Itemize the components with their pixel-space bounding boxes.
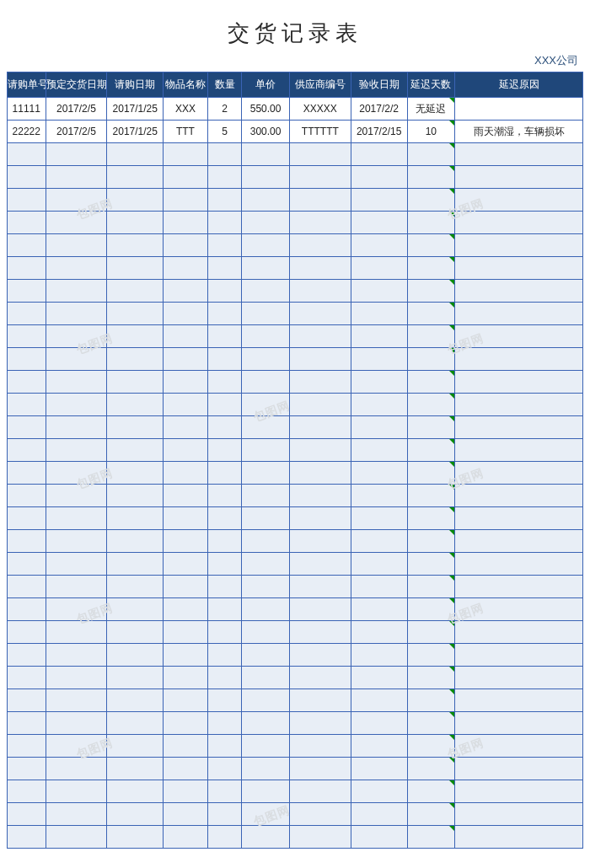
cell[interactable]: [8, 462, 46, 485]
cell[interactable]: [455, 826, 583, 849]
cell[interactable]: [46, 598, 107, 621]
cell[interactable]: [455, 667, 583, 689]
cell[interactable]: [164, 758, 208, 780]
cell[interactable]: [107, 257, 164, 280]
cell[interactable]: [164, 689, 208, 712]
cell[interactable]: [351, 598, 407, 621]
cell[interactable]: [8, 371, 46, 394]
cell[interactable]: [351, 507, 407, 530]
cell[interactable]: [455, 439, 583, 462]
cell[interactable]: [407, 439, 455, 462]
cell[interactable]: [407, 576, 455, 598]
cell[interactable]: [107, 416, 164, 439]
cell[interactable]: [46, 758, 107, 780]
cell[interactable]: [407, 712, 455, 735]
cell[interactable]: [455, 143, 583, 166]
cell[interactable]: 2017/2/2: [351, 98, 407, 121]
cell[interactable]: [46, 439, 107, 462]
cell[interactable]: [107, 667, 164, 689]
cell[interactable]: [107, 189, 164, 212]
cell[interactable]: [455, 644, 583, 667]
cell[interactable]: 2: [207, 98, 241, 121]
cell[interactable]: [455, 280, 583, 303]
cell[interactable]: [407, 303, 455, 325]
cell[interactable]: [242, 667, 290, 689]
cell[interactable]: [8, 780, 46, 803]
cell[interactable]: [407, 325, 455, 348]
cell[interactable]: [164, 780, 208, 803]
cell[interactable]: [207, 507, 241, 530]
cell[interactable]: [407, 689, 455, 712]
cell[interactable]: [407, 803, 455, 826]
cell[interactable]: [207, 667, 241, 689]
cell[interactable]: [289, 280, 351, 303]
cell[interactable]: [351, 416, 407, 439]
cell[interactable]: [407, 826, 455, 849]
cell[interactable]: [46, 689, 107, 712]
cell[interactable]: [242, 143, 290, 166]
cell[interactable]: [46, 576, 107, 598]
cell[interactable]: [46, 303, 107, 325]
cell[interactable]: [107, 644, 164, 667]
cell[interactable]: [164, 371, 208, 394]
cell[interactable]: [164, 712, 208, 735]
cell[interactable]: [351, 348, 407, 371]
cell[interactable]: [351, 166, 407, 189]
cell[interactable]: [8, 416, 46, 439]
cell[interactable]: 2017/1/25: [107, 121, 164, 143]
cell[interactable]: [107, 712, 164, 735]
cell[interactable]: [455, 234, 583, 257]
cell[interactable]: [455, 416, 583, 439]
cell[interactable]: [242, 712, 290, 735]
cell[interactable]: [289, 826, 351, 849]
cell[interactable]: [289, 439, 351, 462]
cell[interactable]: [289, 166, 351, 189]
cell[interactable]: [407, 530, 455, 553]
cell[interactable]: [455, 735, 583, 758]
cell[interactable]: [289, 758, 351, 780]
cell[interactable]: [289, 325, 351, 348]
cell[interactable]: [107, 485, 164, 507]
cell[interactable]: [46, 143, 107, 166]
cell[interactable]: [242, 644, 290, 667]
cell[interactable]: [207, 394, 241, 416]
cell[interactable]: [8, 803, 46, 826]
cell[interactable]: [242, 371, 290, 394]
cell[interactable]: [8, 439, 46, 462]
cell[interactable]: [107, 234, 164, 257]
cell[interactable]: [351, 371, 407, 394]
cell[interactable]: [46, 530, 107, 553]
cell[interactable]: 2017/2/15: [351, 121, 407, 143]
cell[interactable]: [107, 462, 164, 485]
cell[interactable]: [207, 712, 241, 735]
cell[interactable]: [46, 325, 107, 348]
cell[interactable]: [455, 212, 583, 234]
cell[interactable]: [8, 143, 46, 166]
cell[interactable]: [46, 712, 107, 735]
cell[interactable]: [351, 485, 407, 507]
cell[interactable]: [164, 439, 208, 462]
cell[interactable]: [8, 735, 46, 758]
cell[interactable]: [242, 234, 290, 257]
cell[interactable]: [289, 712, 351, 735]
cell[interactable]: [351, 143, 407, 166]
cell[interactable]: [455, 98, 583, 121]
cell[interactable]: [164, 826, 208, 849]
cell[interactable]: [289, 644, 351, 667]
cell[interactable]: [8, 553, 46, 576]
cell[interactable]: [8, 667, 46, 689]
cell[interactable]: [207, 758, 241, 780]
cell[interactable]: [107, 212, 164, 234]
cell[interactable]: [207, 303, 241, 325]
cell[interactable]: [8, 689, 46, 712]
cell[interactable]: [351, 621, 407, 644]
cell[interactable]: [207, 735, 241, 758]
cell[interactable]: [8, 826, 46, 849]
cell[interactable]: [8, 303, 46, 325]
cell[interactable]: [351, 234, 407, 257]
cell[interactable]: [407, 758, 455, 780]
cell[interactable]: [351, 462, 407, 485]
cell[interactable]: [242, 530, 290, 553]
cell[interactable]: [164, 667, 208, 689]
cell[interactable]: [351, 553, 407, 576]
